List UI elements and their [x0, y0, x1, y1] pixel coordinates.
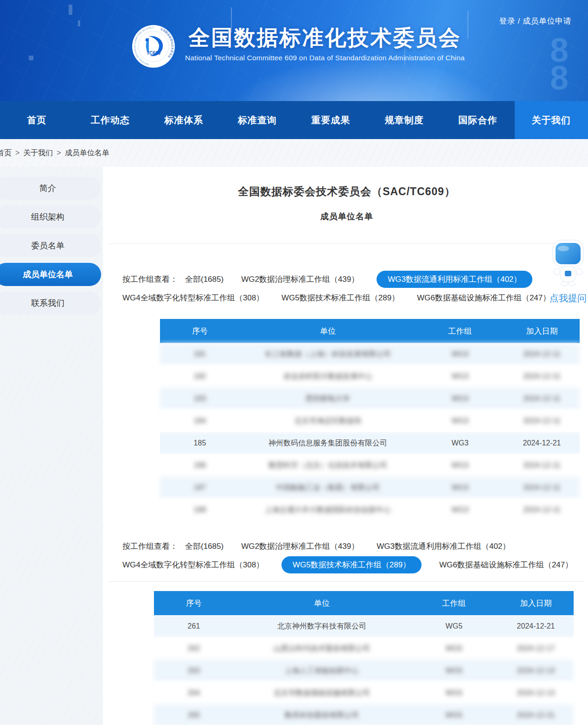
- nav-item-标准体系[interactable]: 标准体系: [147, 101, 221, 139]
- table-row[interactable]: 183西安邮电大学WG32024-12-11: [160, 388, 580, 410]
- sidebar-item-简介[interactable]: 简介: [0, 177, 101, 200]
- sidebar-item-成员单位名单[interactable]: 成员单位名单: [0, 263, 101, 286]
- table-cell: WG3: [416, 506, 504, 514]
- filter-row: 按工作组查看：全部(1685)WG2数据治理标准工作组（439）WG3数据流通利…: [122, 271, 588, 287]
- nav-item-规章制度[interactable]: 规章制度: [368, 101, 441, 139]
- table-row[interactable]: 181长三角数据（上海）科技发展有限公司WG32024-12-11: [160, 343, 580, 365]
- table-header-cell: 序号: [154, 598, 234, 609]
- nav-item-首页[interactable]: 首页: [0, 101, 74, 139]
- sidebar-item-联系我们[interactable]: 联系我们: [0, 292, 101, 315]
- table-row[interactable]: 263上海人工智能创新中心WG52024-12-13: [154, 660, 574, 682]
- table-cell: 北京市数据基础设施有限公司: [234, 688, 410, 698]
- table-cell: 2024-12-11: [504, 350, 580, 358]
- table-cell: 184: [160, 417, 240, 425]
- table-row[interactable]: 187中国船舶工业（集团）有限公司WG32024-12-11: [160, 477, 580, 499]
- table-cell: WG5: [410, 667, 498, 675]
- banner-decor: [69, 5, 72, 15]
- table-cell: 2024-12-21: [498, 711, 574, 719]
- table-row[interactable]: 186数慧时空（北京）信息技术有限公司WG32024-12-11: [160, 454, 580, 477]
- workgroup-filter-option[interactable]: WG5数据技术标准工作组（289）: [281, 556, 422, 573]
- breadcrumb-item[interactable]: 首页: [0, 149, 12, 157]
- assistant-widget[interactable]: 点我提问: [548, 239, 588, 305]
- table-cell: 181: [160, 350, 240, 358]
- workgroup-filter-option[interactable]: WG3数据流通利用标准工作组（402）: [377, 271, 532, 288]
- table-row[interactable]: 182农业农村部大数据发展中心WG32024-12-11: [160, 365, 580, 388]
- table-cell: 上海人工智能创新中心: [234, 666, 410, 676]
- workgroup-filter-option[interactable]: 全部(1685): [185, 541, 224, 552]
- table-cell: WG3: [416, 417, 504, 425]
- member-table-1: 序号单位工作组加入日期181长三角数据（上海）科技发展有限公司WG32024-1…: [160, 319, 580, 521]
- table-cell: 上海交通大学大数据国际科技创新中心: [240, 505, 416, 515]
- content-card: 全国数据标委会技术委员会（SAC/TC609） 成员单位名单 按工作组查看：全部…: [103, 167, 588, 725]
- table-header-cell: 序号: [160, 326, 240, 337]
- breadcrumb-item[interactable]: 成员单位名单: [65, 149, 109, 157]
- table-header-cell: 加入日期: [504, 326, 580, 337]
- sidebar-item-组织架构[interactable]: 组织架构: [0, 205, 101, 229]
- table-cell: 神州数码信息服务集团股份有限公司: [240, 439, 416, 448]
- workgroup-filter-option[interactable]: WG5数据技术标准工作组（289）: [281, 293, 399, 303]
- table-cell: 2024-12-13: [498, 667, 574, 675]
- nav-item-国际合作[interactable]: 国际合作: [441, 101, 515, 139]
- table-row[interactable]: 265数库科技股份有限公司WG52024-12-21: [154, 704, 574, 725]
- ask-me-link[interactable]: 点我提问: [548, 292, 588, 305]
- filter-label: 按工作组查看：: [122, 274, 178, 285]
- workgroup-filter-option[interactable]: WG2数据治理标准工作组（439）: [241, 274, 359, 285]
- table-cell: 186: [160, 461, 240, 470]
- table-cell: 188: [160, 506, 240, 514]
- table-cell: WG3: [416, 439, 504, 447]
- table-cell: WG5: [410, 644, 498, 653]
- nav-item-关于我们[interactable]: 关于我们: [515, 101, 588, 139]
- workgroup-filter-option[interactable]: WG6数据基础设施标准工作组（247）: [417, 293, 550, 303]
- breadcrumb-item[interactable]: 关于我们: [23, 149, 53, 157]
- table-row[interactable]: 188上海交通大学大数据国际科技创新中心WG32024-12-11: [160, 499, 580, 521]
- table-cell: 183: [160, 394, 240, 403]
- banner-digits-decor: 8 8: [550, 36, 575, 92]
- table-cell: WG3: [416, 372, 504, 381]
- page-subtitle: 成员单位名单: [103, 211, 588, 222]
- table-cell: 262: [154, 644, 234, 653]
- table-cell: 2024-12-11: [504, 394, 580, 403]
- filter-row: 按工作组查看：全部(1685)WG2数据治理标准工作组（439）WG3数据流通利…: [122, 538, 588, 554]
- table-header-row: 序号单位工作组加入日期: [154, 591, 574, 615]
- table-cell: 261: [154, 622, 234, 630]
- login-member-apply-link[interactable]: 登录 / 成员单位申请: [499, 16, 571, 26]
- table-row[interactable]: 261北京神州数字科技有限公司WG52024-12-21: [154, 615, 574, 637]
- breadcrumb: 首页>关于我们>成员单位名单: [0, 148, 109, 158]
- table-cell: 西安邮电大学: [240, 394, 416, 404]
- table-row[interactable]: 185神州数码信息服务集团股份有限公司WG32024-12-21: [160, 432, 580, 454]
- svg-text:TC609: TC609: [147, 51, 160, 56]
- table-cell: 2024-12-11: [504, 372, 580, 381]
- table-cell: 265: [154, 711, 234, 719]
- banner-decor: [467, 11, 468, 39]
- main-nav: 首页工作动态标准体系标准查询重要成果规章制度国际合作关于我们: [0, 101, 588, 139]
- table-cell: WG3: [416, 394, 504, 403]
- robot-mascot-icon[interactable]: [550, 239, 587, 286]
- table-cell: 264: [154, 689, 234, 697]
- table-cell: 数慧时空（北京）信息技术有限公司: [240, 461, 416, 471]
- workgroup-filter-option[interactable]: 全部(1685): [185, 274, 224, 285]
- filter-row: WG4全域数字化转型标准工作组（308）WG5数据技术标准工作组（289）WG6…: [122, 556, 588, 573]
- table-header-cell: 单位: [234, 598, 410, 609]
- brand-block: TC609 全国数据标准化技术委员会 NATIONAL TECHNICAL CO…: [131, 24, 465, 69]
- workgroup-filter-option[interactable]: WG6数据基础设施标准工作组（247）: [439, 560, 573, 570]
- nav-item-标准查询[interactable]: 标准查询: [221, 101, 294, 139]
- divider: [109, 243, 584, 244]
- table-row[interactable]: 262山西云时代技术股份有限公司WG52024-12-17: [154, 637, 574, 660]
- table-cell: 北京神州数字科技有限公司: [234, 622, 410, 631]
- workgroup-filter-option[interactable]: WG4全域数字化转型标准工作组（308）: [122, 293, 264, 303]
- sidebar-item-委员名单[interactable]: 委员名单: [0, 234, 101, 257]
- table-cell: 185: [160, 439, 240, 447]
- workgroup-filter-option[interactable]: WG4全域数字化转型标准工作组（308）: [122, 560, 264, 570]
- breadcrumb-separator: >: [57, 149, 61, 157]
- table-row[interactable]: 184北京市海淀区数据局WG32024-12-11: [160, 410, 580, 432]
- nav-item-工作动态[interactable]: 工作动态: [74, 101, 147, 139]
- table-cell: 农业农村部大数据发展中心: [240, 372, 416, 382]
- table-cell: 2024-12-21: [498, 622, 574, 630]
- sidebar: 简介组织架构委员名单成员单位名单联系我们: [0, 167, 103, 725]
- workgroup-filter-option[interactable]: WG2数据治理标准工作组（439）: [241, 541, 359, 552]
- table-row[interactable]: 264北京市数据基础设施有限公司WG52024-12-13: [154, 682, 574, 704]
- table-cell: WG5: [410, 711, 498, 719]
- table-header-cell: 单位: [240, 326, 416, 337]
- workgroup-filter-option[interactable]: WG3数据流通利用标准工作组（402）: [377, 541, 510, 552]
- nav-item-重要成果[interactable]: 重要成果: [294, 101, 368, 139]
